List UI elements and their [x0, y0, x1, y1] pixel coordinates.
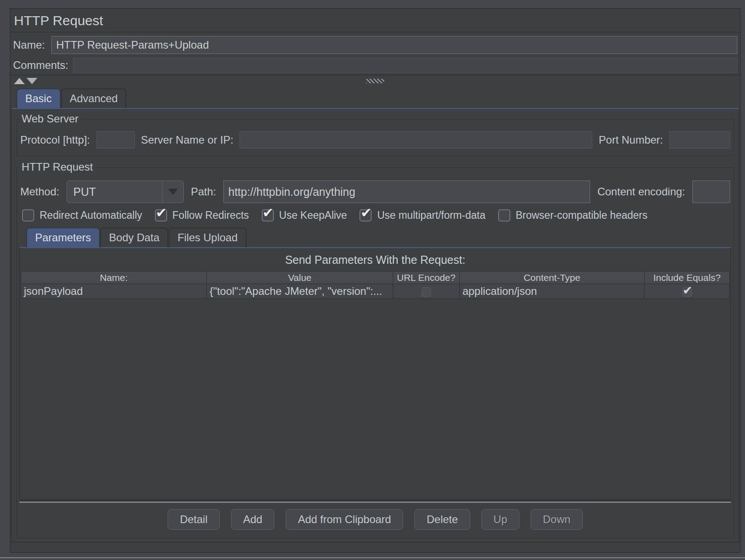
checkbox-follow-redirects[interactable]: ✔ Follow Redirects: [155, 209, 249, 221]
chevron-down-icon: [168, 189, 178, 195]
web-server-legend: Web Server: [19, 113, 81, 125]
table-button-row: Detail Add Add from Clipboard Delete Up …: [19, 503, 731, 533]
detail-button[interactable]: Detail: [168, 509, 219, 530]
server-name-input[interactable]: [240, 131, 592, 149]
bottom-splitter-line[interactable]: [0, 557, 745, 558]
tab-body-data[interactable]: Body Data: [100, 228, 168, 248]
protocol-input[interactable]: [96, 131, 135, 149]
tab-files-upload[interactable]: Files Upload: [169, 228, 246, 248]
collapse-row: [10, 75, 740, 87]
column-header-name[interactable]: Name:: [21, 271, 207, 284]
splitter-grip-icon[interactable]: [366, 79, 384, 83]
port-input[interactable]: [669, 131, 730, 149]
checkbox-box: ✔: [262, 209, 274, 221]
protocol-label: Protocol [http]:: [20, 134, 90, 146]
check-icon: ✔: [156, 205, 167, 221]
check-icon: ✔: [360, 205, 372, 221]
params-table: Name: Value URL Encode? Content-Type Inc…: [21, 271, 730, 299]
checkbox-use-keepalive[interactable]: ✔ Use KeepAlive: [262, 209, 347, 221]
cell-url-encode[interactable]: ✔: [393, 284, 459, 299]
table-header-row: Name: Value URL Encode? Content-Type Inc…: [21, 271, 730, 284]
column-header-value[interactable]: Value: [207, 271, 393, 284]
param-row[interactable]: jsonPayload {"tool":"Apache JMeter", "ve…: [21, 284, 730, 299]
port-label: Port Number:: [599, 134, 663, 146]
content-encoding-input[interactable]: [692, 181, 730, 203]
name-input[interactable]: [51, 36, 737, 54]
http-request-fieldset: HTTP Request Method: PUT Path: Content e…: [16, 161, 734, 538]
delete-button[interactable]: Delete: [414, 509, 470, 530]
checkbox-browser-compatible-headers[interactable]: ✔ Browser-compatible headers: [498, 209, 648, 221]
cell-value[interactable]: {"tool":"Apache JMeter", "version":...: [207, 284, 393, 299]
check-icon: ✔: [263, 205, 274, 221]
include-equals-checkbox[interactable]: ✔: [682, 287, 692, 297]
name-comments-block: Name: Comments:: [10, 32, 740, 75]
name-label: Name:: [13, 39, 45, 51]
add-from-clipboard-button[interactable]: Add from Clipboard: [286, 509, 403, 530]
basic-tab-content: Web Server Protocol [http]: Server Name …: [11, 108, 739, 542]
checkbox-box: ✔: [22, 209, 34, 221]
path-label: Path:: [191, 185, 216, 198]
checkbox-redirect-automatically[interactable]: ✔ Redirect Automatically: [22, 209, 142, 221]
column-header-include-equals[interactable]: Include Equals?: [645, 271, 730, 284]
collapse-up-icon[interactable]: [14, 78, 25, 84]
collapse-down-icon[interactable]: [27, 78, 37, 84]
up-button[interactable]: Up: [482, 509, 520, 530]
method-select[interactable]: PUT: [67, 181, 184, 203]
add-button[interactable]: Add: [231, 509, 275, 530]
options-checkbox-row: ✔ Redirect Automatically ✔ Follow Redire…: [19, 207, 731, 225]
comments-input[interactable]: [73, 58, 737, 73]
dropdown-arrow-button[interactable]: [162, 181, 183, 203]
web-server-fieldset: Web Server Protocol [http]: Server Name …: [16, 113, 734, 156]
inner-tabs: Parameters Body Data Files Upload: [27, 228, 731, 248]
cell-include-equals[interactable]: ✔: [645, 284, 730, 299]
column-header-content-type[interactable]: Content-Type: [459, 271, 645, 284]
outer-tabs: Basic Advanced: [17, 89, 740, 108]
check-icon: ✔: [683, 284, 693, 298]
http-request-panel: HTTP Request Name: Comments: Basic Advan…: [10, 8, 740, 553]
cell-name[interactable]: jsonPayload: [21, 284, 207, 299]
tab-basic[interactable]: Basic: [17, 89, 60, 108]
method-value: PUT: [67, 185, 162, 199]
server-name-label: Server Name or IP:: [141, 134, 233, 146]
tab-parameters[interactable]: Parameters: [27, 228, 100, 248]
comments-label: Comments:: [13, 59, 68, 72]
checkbox-use-multipart[interactable]: ✔ Use multipart/form-data: [359, 209, 485, 221]
http-request-legend: HTTP Request: [19, 161, 95, 173]
checkbox-box: ✔: [155, 209, 167, 221]
parameters-table-panel: Send Parameters With the Request: Name: …: [19, 247, 731, 500]
tab-advanced[interactable]: Advanced: [61, 89, 127, 108]
params-table-title: Send Parameters With the Request:: [20, 248, 731, 271]
down-button[interactable]: Down: [531, 509, 582, 530]
page-title: HTTP Request: [10, 9, 740, 32]
method-label: Method:: [20, 185, 59, 198]
url-encode-checkbox[interactable]: ✔: [422, 287, 431, 297]
column-header-url-encode[interactable]: URL Encode?: [393, 271, 459, 284]
cell-content-type[interactable]: application/json: [459, 284, 645, 299]
path-input[interactable]: [223, 181, 590, 203]
table-empty-area[interactable]: [20, 299, 731, 499]
checkbox-box: ✔: [359, 209, 372, 221]
checkbox-box: ✔: [498, 209, 510, 221]
content-encoding-label: Content encoding:: [597, 185, 685, 198]
